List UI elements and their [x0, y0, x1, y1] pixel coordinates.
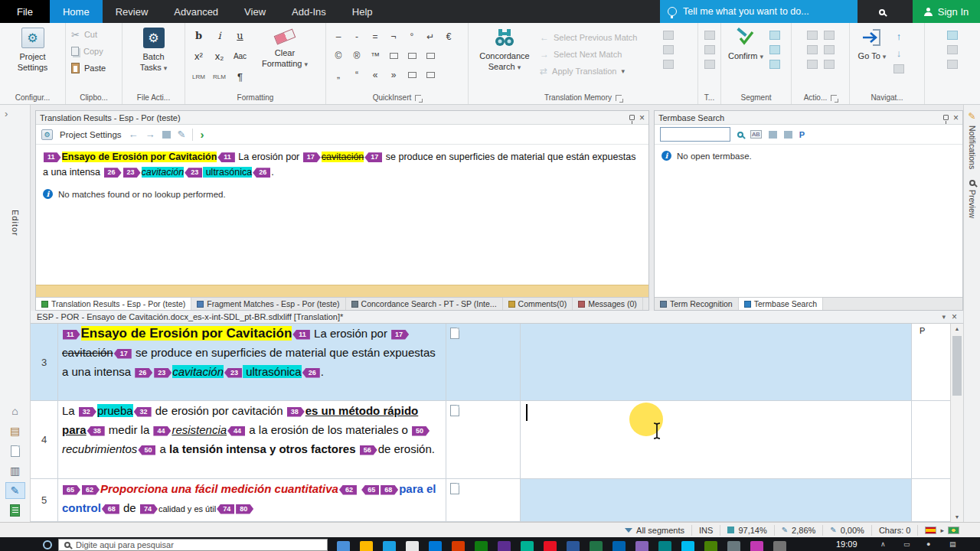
- segment-tag-close[interactable]: 44: [227, 426, 245, 436]
- scrollbar-thumb[interactable]: [952, 336, 962, 396]
- quickinsert-symbol[interactable]: »: [384, 68, 403, 82]
- dialog-launcher-icon[interactable]: [415, 95, 421, 101]
- taskbar-app-icon[interactable]: [498, 541, 511, 551]
- terminology-icon-3[interactable]: [704, 60, 715, 69]
- project-settings-button[interactable]: ⚙ Project Settings: [5, 26, 60, 91]
- concordance-search-button[interactable]: Concordance Search ▾: [472, 26, 537, 91]
- taskbar-app-icon[interactable]: [429, 541, 442, 551]
- segment-tag-close[interactable]: 26: [253, 168, 270, 178]
- taskbar-app-icon[interactable]: [727, 541, 740, 551]
- next-result-icon[interactable]: →: [145, 129, 155, 140]
- segment-tag-close[interactable]: 32: [134, 407, 152, 417]
- home-icon[interactable]: ⌂: [5, 403, 25, 419]
- search-icon[interactable]: [879, 6, 885, 18]
- tm-options-icon[interactable]: [663, 60, 674, 69]
- dialog-launcher-icon[interactable]: [831, 95, 837, 101]
- termbase-p-icon[interactable]: P: [799, 130, 805, 139]
- segment-number[interactable]: 5: [31, 479, 58, 522]
- taskbar-app-icon[interactable]: [360, 541, 373, 551]
- menu-tab-file[interactable]: File: [0, 0, 50, 23]
- taskbar-app-icon[interactable]: [635, 541, 648, 551]
- terminology-icon[interactable]: [704, 31, 715, 40]
- segment-target[interactable]: [521, 324, 912, 401]
- taskbar-app-icon[interactable]: [544, 541, 557, 551]
- sign-in-button[interactable]: Sign In: [913, 0, 980, 23]
- file-icon[interactable]: [5, 442, 25, 459]
- segment-status[interactable]: [446, 324, 521, 401]
- menu-tab-review[interactable]: Review: [103, 0, 162, 23]
- segment-source[interactable]: 11Ensayo de Erosión por Cavitación11 La …: [58, 324, 446, 401]
- edit-icon[interactable]: ✎: [178, 129, 186, 140]
- quickinsert-symbol[interactable]: ™: [366, 49, 384, 63]
- term-ab-icon[interactable]: AB: [750, 130, 762, 139]
- taskbar-app-icon[interactable]: [521, 541, 534, 551]
- formatting-button[interactable]: x₂: [209, 47, 230, 66]
- results-tab[interactable]: Fragment Matches - Esp - Por (teste): [191, 298, 345, 310]
- segment-number[interactable]: 3: [31, 324, 58, 401]
- action-icon[interactable]: [807, 31, 818, 40]
- batch-tasks-button[interactable]: ⚙ Batch Tasks ▾: [126, 26, 181, 91]
- tray-icon[interactable]: ●: [926, 540, 930, 548]
- segment-tag-close[interactable]: 65: [361, 485, 379, 495]
- action-icon-3[interactable]: [807, 60, 818, 69]
- tab-close-icon[interactable]: ×: [952, 312, 957, 321]
- segment-tag-close[interactable]: 68: [102, 504, 119, 514]
- segment-tag-open[interactable]: 11: [63, 330, 80, 340]
- formatting-button[interactable]: LRM: [188, 67, 209, 86]
- quickinsert-symbol[interactable]: [403, 68, 421, 82]
- tray-chevron-icon[interactable]: ∧: [880, 540, 886, 548]
- segment-target[interactable]: [521, 401, 912, 479]
- paste-button[interactable]: Paste: [69, 60, 119, 77]
- segment-tag-close[interactable]: 11: [217, 152, 235, 162]
- segment-tag-open[interactable]: 38: [287, 407, 305, 417]
- segment-tag-open[interactable]: 17: [391, 330, 409, 340]
- quickinsert-symbol[interactable]: [384, 49, 403, 63]
- reviewed-percentage[interactable]: ✎ 0,00%: [822, 525, 871, 536]
- quickinsert-symbol[interactable]: [421, 49, 439, 63]
- taskbar-app-icon[interactable]: [658, 541, 671, 551]
- segment-tag-close[interactable]: 17: [114, 349, 132, 359]
- confirm-button[interactable]: Confirm ▾: [724, 26, 767, 91]
- taskbar-app-icon[interactable]: [590, 541, 603, 551]
- previous-result-icon[interactable]: ←: [129, 129, 139, 140]
- report-icon[interactable]: ▥: [5, 462, 25, 479]
- green-book-icon[interactable]: [5, 502, 25, 519]
- results-tab[interactable]: Concordance Search - PT - SP (Inte...: [346, 298, 503, 310]
- termbase-search-input[interactable]: [660, 127, 730, 142]
- taskbar-app-icon[interactable]: [612, 541, 626, 551]
- tab-dropdown-icon[interactable]: ▾: [942, 313, 946, 321]
- segment-status[interactable]: [446, 401, 521, 479]
- translated-percentage[interactable]: 97,14%: [720, 525, 773, 536]
- action-icon-2[interactable]: [807, 45, 818, 54]
- menu-tab-help[interactable]: Help: [339, 0, 386, 23]
- window-icon[interactable]: [947, 31, 958, 40]
- action-icon-4[interactable]: [824, 31, 835, 40]
- quickinsert-symbol[interactable]: °: [403, 30, 421, 44]
- segment-tag-close[interactable]: 23: [185, 168, 202, 178]
- formatting-button[interactable]: ¶: [230, 67, 250, 86]
- window-icon-3[interactable]: [947, 60, 958, 69]
- segment-tag-close[interactable]: 50: [138, 445, 155, 455]
- cut-button[interactable]: ✂Cut: [69, 26, 119, 43]
- segment-tag-open[interactable]: 80: [236, 504, 253, 514]
- formatting-button[interactable]: x²: [188, 47, 209, 66]
- insert-mode-indicator[interactable]: INS: [691, 525, 720, 536]
- segment-tag-open[interactable]: 32: [79, 407, 96, 417]
- menu-tab-view[interactable]: View: [231, 0, 279, 23]
- taskbar-app-icon[interactable]: [681, 541, 694, 551]
- quickinsert-symbol[interactable]: ¬: [384, 30, 403, 44]
- segment-target[interactable]: [521, 479, 912, 522]
- taskbar-app-icon[interactable]: [567, 541, 580, 551]
- terminology-icon-2[interactable]: [704, 45, 715, 54]
- segment-status[interactable]: [446, 479, 521, 522]
- expand-chevron-icon[interactable]: ›: [200, 128, 204, 141]
- tray-icon[interactable]: ▤: [949, 540, 956, 548]
- project-settings-small-icon[interactable]: ⚙: [41, 129, 53, 140]
- taskbar-app-icon[interactable]: [406, 541, 419, 551]
- menu-tab-home[interactable]: Home: [50, 0, 103, 23]
- quickinsert-symbol[interactable]: [403, 49, 421, 63]
- pin-icon[interactable]: [629, 115, 635, 120]
- segment-tag-close[interactable]: 62: [339, 485, 357, 495]
- segment-action-icon-2[interactable]: [769, 45, 780, 54]
- segment-source[interactable]: La 32prueba32 de erosión por cavitación …: [58, 401, 446, 479]
